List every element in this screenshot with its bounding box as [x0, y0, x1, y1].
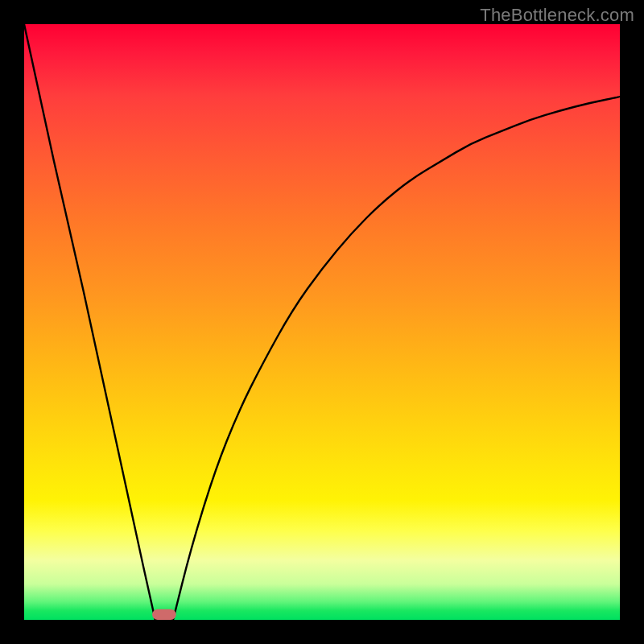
plot-area: [24, 24, 620, 620]
minimum-marker: [152, 609, 176, 620]
curve-layer: [24, 24, 620, 620]
attribution-text: TheBottleneck.com: [480, 5, 634, 26]
curve-group: [24, 24, 620, 620]
bottleneck-curve: [24, 24, 620, 620]
minimum-marker-pill: [152, 609, 176, 620]
chart-frame: TheBottleneck.com: [0, 0, 644, 644]
